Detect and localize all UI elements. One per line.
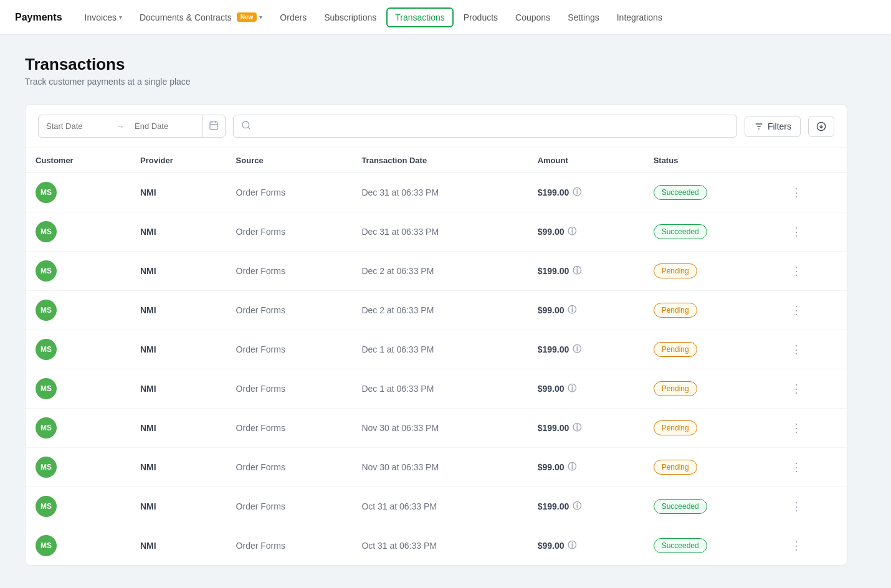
source-link[interactable]: Order Forms [236, 266, 285, 276]
date-cell: Oct 31 at 06:33 PM [351, 526, 527, 566]
more-options-button[interactable]: ⋮ [787, 381, 806, 397]
actions-cell[interactable]: ⋮ [777, 369, 847, 409]
status-cell: Pending [644, 409, 777, 448]
nav-label-documents: Documents & Contracts [140, 12, 232, 22]
amount-cell: $199.00 ⓘ [528, 409, 644, 448]
info-icon[interactable]: ⓘ [568, 305, 576, 316]
sidebar-item-subscriptions[interactable]: Subscriptions [317, 9, 384, 26]
end-date-input[interactable] [127, 116, 202, 136]
info-icon[interactable]: ⓘ [573, 501, 581, 512]
source-cell[interactable]: Order Forms [226, 448, 352, 487]
provider-cell: NMI [130, 409, 226, 448]
col-actions [777, 148, 847, 173]
status-badge: Succeeded [654, 185, 707, 200]
source-link[interactable]: Order Forms [236, 423, 285, 433]
more-options-button[interactable]: ⋮ [787, 538, 806, 554]
info-icon[interactable]: ⓘ [573, 187, 581, 198]
actions-cell[interactable]: ⋮ [777, 173, 847, 212]
source-cell[interactable]: Order Forms [226, 212, 352, 252]
customer-cell: MS [26, 173, 130, 212]
more-options-button[interactable]: ⋮ [787, 498, 806, 514]
col-customer: Customer [26, 148, 130, 173]
source-cell[interactable]: Order Forms [226, 369, 352, 409]
info-icon[interactable]: ⓘ [573, 265, 581, 277]
source-cell[interactable]: Order Forms [226, 173, 352, 212]
avatar: MS [36, 457, 57, 478]
more-options-button[interactable]: ⋮ [787, 263, 806, 279]
provider-cell: NMI [130, 291, 226, 330]
svg-line-5 [248, 127, 250, 129]
search-bar[interactable] [233, 115, 737, 138]
more-options-button[interactable]: ⋮ [787, 302, 806, 318]
source-link[interactable]: Order Forms [236, 541, 285, 551]
download-button[interactable] [808, 116, 834, 137]
calendar-icon[interactable] [202, 115, 225, 137]
more-options-button[interactable]: ⋮ [787, 420, 806, 436]
amount-value: $99.00 [538, 541, 565, 551]
filters-button[interactable]: Filters [745, 116, 801, 137]
chevron-down-icon: ▾ [259, 14, 262, 21]
source-cell[interactable]: Order Forms [226, 487, 352, 526]
sidebar-item-invoices[interactable]: Invoices ▾ [77, 9, 130, 26]
actions-cell[interactable]: ⋮ [777, 252, 847, 291]
more-options-button[interactable]: ⋮ [787, 184, 806, 201]
source-link[interactable]: Order Forms [236, 305, 285, 315]
more-options-button[interactable]: ⋮ [787, 224, 806, 240]
filters-label: Filters [768, 121, 791, 131]
more-options-button[interactable]: ⋮ [787, 341, 806, 358]
actions-cell[interactable]: ⋮ [777, 448, 847, 487]
sidebar-item-transactions[interactable]: Transactions [386, 7, 454, 27]
source-link[interactable]: Order Forms [236, 501, 285, 511]
status-cell: Succeeded [644, 487, 777, 526]
sidebar-item-integrations[interactable]: Integrations [609, 9, 670, 26]
status-cell: Pending [644, 369, 777, 409]
source-link[interactable]: Order Forms [236, 462, 285, 472]
nav-items: Invoices ▾ Documents & Contracts New ▾ O… [77, 7, 670, 27]
status-cell: Succeeded [644, 173, 777, 212]
source-link[interactable]: Order Forms [236, 384, 285, 394]
actions-cell[interactable]: ⋮ [777, 526, 847, 566]
search-icon [241, 120, 251, 132]
amount-cell: $99.00 ⓘ [528, 448, 644, 487]
source-link[interactable]: Order Forms [236, 227, 285, 237]
sidebar-item-coupons[interactable]: Coupons [508, 9, 558, 26]
source-cell[interactable]: Order Forms [226, 526, 352, 566]
date-range-picker[interactable]: → [38, 115, 226, 138]
col-transaction-date: Transaction Date [351, 148, 527, 173]
info-icon[interactable]: ⓘ [568, 540, 576, 551]
customer-cell: MS [26, 448, 130, 487]
start-date-input[interactable] [39, 116, 113, 136]
actions-cell[interactable]: ⋮ [777, 409, 847, 448]
provider-cell: NMI [130, 173, 226, 212]
info-icon[interactable]: ⓘ [568, 226, 576, 237]
info-icon[interactable]: ⓘ [568, 383, 576, 394]
avatar: MS [36, 300, 57, 321]
table-row: MS NMI Order Forms Dec 1 at 06:33 PM $99… [26, 369, 847, 409]
source-cell[interactable]: Order Forms [226, 252, 352, 291]
sidebar-item-products[interactable]: Products [456, 9, 505, 26]
actions-cell[interactable]: ⋮ [777, 212, 847, 252]
info-icon[interactable]: ⓘ [573, 344, 581, 355]
transactions-table: Customer Provider Source Transaction Dat… [26, 148, 847, 565]
sidebar-item-documents-contracts[interactable]: Documents & Contracts New ▾ [132, 9, 270, 26]
provider-cell: NMI [130, 526, 226, 566]
table-row: MS NMI Order Forms Dec 2 at 06:33 PM $19… [26, 252, 847, 291]
source-link[interactable]: Order Forms [236, 187, 285, 197]
search-input[interactable] [256, 121, 729, 131]
source-cell[interactable]: Order Forms [226, 409, 352, 448]
sidebar-item-orders[interactable]: Orders [272, 9, 314, 26]
status-cell: Pending [644, 330, 777, 369]
actions-cell[interactable]: ⋮ [777, 291, 847, 330]
info-icon[interactable]: ⓘ [568, 462, 576, 473]
avatar: MS [36, 535, 57, 556]
nav-label-transactions: Transactions [395, 12, 445, 22]
actions-cell[interactable]: ⋮ [777, 330, 847, 369]
sidebar-item-settings[interactable]: Settings [560, 9, 607, 26]
info-icon[interactable]: ⓘ [573, 422, 581, 434]
source-cell[interactable]: Order Forms [226, 330, 352, 369]
actions-cell[interactable]: ⋮ [777, 487, 847, 526]
table-row: MS NMI Order Forms Oct 31 at 06:33 PM $1… [26, 487, 847, 526]
source-link[interactable]: Order Forms [236, 344, 285, 354]
more-options-button[interactable]: ⋮ [787, 459, 806, 475]
source-cell[interactable]: Order Forms [226, 291, 352, 330]
